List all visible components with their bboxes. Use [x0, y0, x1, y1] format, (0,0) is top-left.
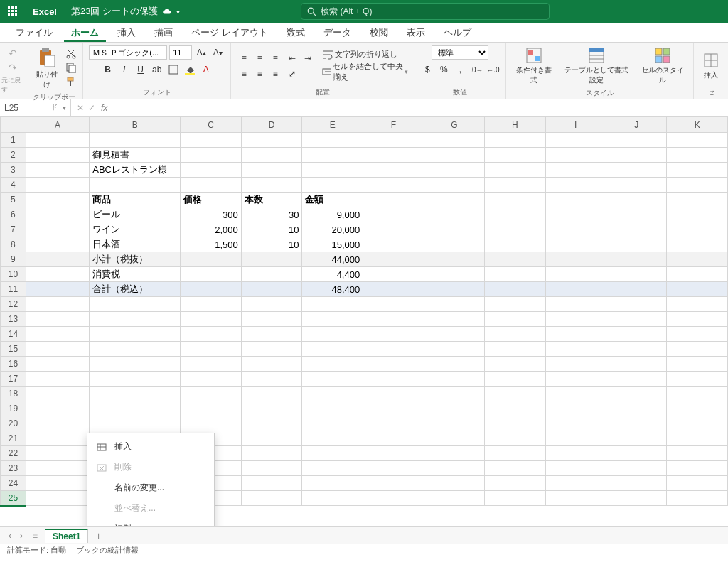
cell-A6[interactable] — [26, 207, 89, 222]
cell-J21[interactable] — [606, 431, 667, 446]
cell-K19[interactable] — [667, 401, 728, 416]
cell-H18[interactable] — [485, 387, 545, 401]
align-middle-button[interactable]: ≡ — [252, 51, 267, 65]
cell-C8[interactable]: 1,500 — [181, 237, 242, 252]
cell-H17[interactable] — [485, 372, 545, 387]
cell-G3[interactable] — [424, 163, 484, 178]
cell-J19[interactable] — [606, 401, 667, 416]
cell-G11[interactable] — [424, 282, 484, 297]
cell-A20[interactable] — [26, 416, 89, 431]
cell-B15[interactable] — [90, 342, 181, 357]
cell-A3[interactable] — [26, 163, 89, 178]
cell-J24[interactable] — [606, 476, 667, 491]
cell-J7[interactable] — [606, 222, 667, 237]
cell-D14[interactable] — [241, 327, 302, 342]
row-header-11[interactable]: 11 — [1, 282, 26, 297]
currency-button[interactable]: $ — [420, 63, 434, 77]
number-format-select[interactable]: 標準 — [432, 45, 488, 60]
cell-A18[interactable] — [26, 387, 89, 401]
menu-view[interactable]: 表示 — [400, 23, 432, 42]
app-launcher[interactable] — [0, 6, 26, 16]
cell-F10[interactable] — [363, 267, 424, 282]
cell-E22[interactable] — [302, 446, 363, 461]
cell-K12[interactable] — [667, 297, 728, 312]
cell-C9[interactable] — [181, 252, 242, 267]
cell-F16[interactable] — [363, 357, 424, 372]
row-header-18[interactable]: 18 — [1, 387, 26, 401]
row-header-8[interactable]: 8 — [1, 237, 26, 252]
workbook-stats[interactable]: ブックの統計情報 — [76, 545, 139, 556]
cell-H14[interactable] — [485, 327, 545, 342]
cell-K14[interactable] — [667, 327, 728, 342]
cell-B9[interactable]: 小計（税抜） — [90, 252, 181, 267]
cell-C1[interactable] — [181, 133, 242, 148]
col-header-I[interactable]: I — [545, 117, 606, 133]
cell-D11[interactable] — [241, 282, 302, 297]
italic-button[interactable]: I — [117, 63, 132, 77]
cell-H19[interactable] — [485, 401, 545, 416]
row-header-3[interactable]: 3 — [1, 163, 26, 178]
cell-I22[interactable] — [545, 446, 606, 461]
cell-F15[interactable] — [363, 342, 424, 357]
row-header-6[interactable]: 6 — [1, 207, 26, 222]
search-box[interactable]: 検索 (Alt + Q) — [301, 3, 550, 20]
cell-E7[interactable]: 20,000 — [302, 222, 363, 237]
cell-C20[interactable] — [181, 416, 242, 431]
cell-A15[interactable] — [26, 342, 89, 357]
cell-E4[interactable] — [302, 178, 363, 193]
cell-A11[interactable] — [26, 282, 89, 297]
align-top-button[interactable]: ≡ — [237, 51, 251, 65]
cell-D19[interactable] — [241, 401, 302, 416]
cell-C4[interactable] — [181, 178, 242, 193]
cell-G23[interactable] — [424, 461, 484, 476]
row-header-4[interactable]: 4 — [1, 178, 26, 193]
cell-J11[interactable] — [606, 282, 667, 297]
row-header-20[interactable]: 20 — [1, 416, 26, 431]
cell-J15[interactable] — [606, 342, 667, 357]
cell-E5[interactable]: 金額 — [302, 193, 363, 207]
cell-E11[interactable]: 48,400 — [302, 282, 363, 297]
cell-F14[interactable] — [363, 327, 424, 342]
decrease-indent-button[interactable]: ⇤ — [285, 51, 299, 65]
align-left-button[interactable]: ≡ — [237, 67, 251, 81]
cell-B4[interactable] — [90, 178, 181, 193]
undo-button[interactable]: ↶ — [9, 48, 17, 59]
cell-D18[interactable] — [241, 387, 302, 401]
cell-F19[interactable] — [363, 401, 424, 416]
cell-H24[interactable] — [485, 476, 545, 491]
row-header-1[interactable]: 1 — [1, 133, 26, 148]
cell-H2[interactable] — [485, 148, 545, 163]
sheet-nav-prev[interactable]: ‹ — [6, 531, 14, 541]
cell-H12[interactable] — [485, 297, 545, 312]
cell-A22[interactable] — [26, 446, 89, 461]
cell-B11[interactable]: 合計（税込） — [90, 282, 181, 297]
cell-C14[interactable] — [181, 327, 242, 342]
cell-I7[interactable] — [545, 222, 606, 237]
row-header-22[interactable]: 22 — [1, 446, 26, 461]
cell-G24[interactable] — [424, 476, 484, 491]
cell-I17[interactable] — [545, 372, 606, 387]
cell-A10[interactable] — [26, 267, 89, 282]
cell-F2[interactable] — [363, 148, 424, 163]
cell-A7[interactable] — [26, 222, 89, 237]
row-header-5[interactable]: 5 — [1, 193, 26, 207]
cell-I2[interactable] — [545, 148, 606, 163]
cell-F5[interactable] — [363, 193, 424, 207]
cell-D13[interactable] — [241, 312, 302, 327]
cell-C11[interactable] — [181, 282, 242, 297]
cell-D5[interactable]: 本数 — [241, 193, 302, 207]
cell-G20[interactable] — [424, 416, 484, 431]
col-header-B[interactable]: B — [90, 117, 181, 133]
cell-J10[interactable] — [606, 267, 667, 282]
cell-C15[interactable] — [181, 342, 242, 357]
cell-E24[interactable] — [302, 476, 363, 491]
calc-mode[interactable]: 計算モード: 自動 — [7, 545, 66, 556]
cell-I9[interactable] — [545, 252, 606, 267]
row-header-25[interactable]: 25 — [1, 491, 26, 506]
cell-F21[interactable] — [363, 431, 424, 446]
cell-A14[interactable] — [26, 327, 89, 342]
cell-G7[interactable] — [424, 222, 484, 237]
cell-G19[interactable] — [424, 401, 484, 416]
ctx-duplicate[interactable]: 複製 — [87, 519, 214, 526]
fill-color-button[interactable] — [183, 63, 197, 77]
